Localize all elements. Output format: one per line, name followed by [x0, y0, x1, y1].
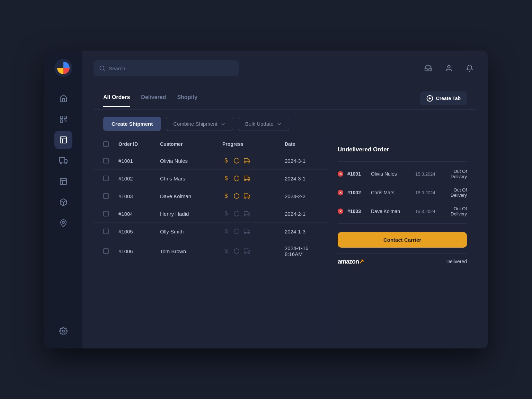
row-checkbox[interactable]	[103, 153, 118, 168]
row-checkbox[interactable]	[103, 243, 118, 259]
sidebar-item-settings[interactable]	[54, 322, 72, 340]
tabs: All Orders Delivered Shopify	[103, 94, 197, 107]
inbox-button[interactable]	[421, 61, 435, 75]
search-bar[interactable]	[94, 60, 239, 76]
notifications-button[interactable]	[463, 61, 477, 75]
error-icon: ✕	[338, 209, 343, 214]
order-date: 2024-3-1	[285, 153, 318, 169]
content-area: All Orders Delivered Shopify Create Tab …	[94, 85, 477, 339]
create-tab-button[interactable]: Create Tab	[420, 91, 467, 105]
sidebar-item-location[interactable]	[54, 214, 72, 232]
sidebar-item-layout[interactable]	[54, 172, 72, 190]
dollar-icon: $	[222, 210, 230, 218]
svg-point-15	[447, 65, 450, 68]
undelivered-order-id: #1001	[347, 171, 368, 177]
table-header: Order ID Customer Progress Date	[94, 138, 328, 150]
row-checkbox[interactable]	[103, 224, 118, 239]
svg-point-37	[245, 232, 246, 234]
svg-rect-3	[60, 120, 63, 122]
undelivered-status: Out Of Delivery	[449, 169, 467, 179]
sidebar-item-box[interactable]	[54, 193, 72, 211]
select-all-checkbox[interactable]	[103, 141, 109, 147]
tab-all-orders[interactable]: All Orders	[103, 94, 130, 107]
combine-shipment-button[interactable]: Combine Shipment	[166, 117, 233, 131]
box-icon-progress	[233, 192, 240, 200]
side-panel: Undelivered Order ✕ #1001 Olivia Nules 1…	[328, 138, 477, 339]
tab-shopify[interactable]: Shopify	[177, 94, 197, 107]
box-icon-progress	[233, 157, 240, 165]
bulk-update-label: Bulk Update	[245, 121, 274, 127]
svg-point-33	[245, 215, 246, 216]
error-icon: ✕	[338, 190, 343, 195]
svg-point-30	[248, 197, 249, 198]
row-checkbox[interactable]	[103, 171, 118, 186]
svg-marker-40	[248, 250, 250, 252]
svg-point-7	[60, 162, 62, 164]
svg-point-42	[248, 252, 249, 254]
svg-point-12	[62, 330, 64, 332]
order-id: #1001	[118, 153, 160, 169]
sidebar-item-delivery[interactable]	[54, 152, 72, 170]
plus-circle-icon	[426, 95, 433, 102]
svg-marker-6	[65, 159, 67, 162]
undelivered-date: 15.3.2024	[415, 209, 446, 214]
create-tab-label: Create Tab	[436, 96, 461, 101]
row-checkbox[interactable]	[103, 206, 118, 221]
svg-point-34	[248, 215, 249, 216]
tabs-row: All Orders Delivered Shopify Create Tab	[94, 85, 477, 110]
sidebar-item-scan[interactable]	[54, 110, 72, 128]
undelivered-customer: Dave Kolman	[371, 209, 413, 214]
svg-rect-19	[244, 158, 248, 162]
progress-icons: $	[222, 170, 285, 187]
box-icon-progress	[233, 210, 240, 218]
svg-rect-31	[244, 211, 248, 215]
svg-rect-35	[244, 229, 248, 232]
svg-rect-39	[244, 249, 248, 252]
svg-point-22	[248, 162, 249, 163]
svg-point-13	[100, 66, 104, 70]
chevron-down-icon-2	[276, 121, 282, 127]
truck-icon-progress	[243, 175, 251, 182]
progress-icons: $	[222, 223, 285, 240]
svg-rect-4	[60, 137, 66, 143]
order-id: #1002	[118, 171, 160, 186]
search-input[interactable]	[109, 65, 233, 71]
profile-button[interactable]	[442, 61, 456, 75]
col-order-id: Order ID	[118, 138, 160, 150]
undelivered-date: 15.3.2024	[415, 171, 446, 177]
tab-delivered[interactable]: Delivered	[141, 94, 166, 107]
box-icon-progress	[233, 247, 240, 255]
dollar-icon: $	[222, 247, 230, 255]
logo	[54, 59, 72, 89]
col-progress: Progress	[222, 138, 285, 150]
table-row: #1003 Dave Kolman $	[94, 187, 328, 205]
customer-name: Henry Hadid	[160, 206, 222, 222]
sidebar-item-home[interactable]	[54, 89, 72, 107]
delivered-row: amazon↗ Delivered	[338, 253, 467, 269]
undelivered-customer: Olivia Nules	[371, 171, 413, 177]
svg-point-38	[248, 232, 249, 234]
row-checkbox[interactable]	[103, 188, 118, 204]
table-row: #1006 Tom Brown $	[94, 240, 328, 262]
combine-shipment-label: Combine Shipment	[173, 121, 218, 127]
sidebar-item-orders[interactable]	[54, 131, 72, 149]
svg-point-8	[65, 162, 66, 164]
svg-point-26	[248, 179, 249, 181]
bulk-update-button[interactable]: Bulk Update	[238, 117, 289, 131]
svg-point-21	[245, 162, 246, 163]
undelivered-order-id: #1003	[347, 209, 368, 214]
header-icons	[421, 61, 477, 75]
dollar-icon: $	[222, 157, 230, 165]
header	[94, 60, 477, 76]
contact-carrier-button[interactable]: Contact Carrier	[338, 232, 467, 248]
progress-icons: $	[222, 205, 285, 222]
svg-marker-24	[248, 177, 250, 179]
progress-icons: $	[222, 242, 285, 260]
svg-point-11	[62, 221, 64, 223]
order-id: #1003	[118, 188, 160, 204]
delivered-status: Delivered	[446, 259, 467, 264]
create-shipment-button[interactable]: Create Shipment	[103, 117, 161, 131]
svg-marker-28	[248, 195, 250, 197]
col-date: Date	[285, 138, 318, 150]
actions-row: Create Shipment Combine Shipment Bulk Up…	[94, 110, 477, 138]
